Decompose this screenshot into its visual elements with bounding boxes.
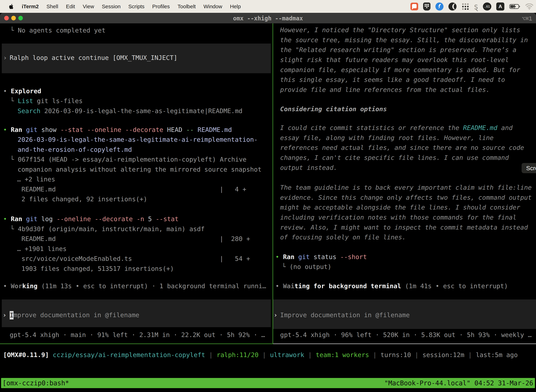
tmux-session-name[interactable]: [omx-cczip0:bash* — [2, 379, 69, 387]
terminal-line: └ List git ls-files — [10, 97, 83, 105]
terminal-line: references need actual files, and since … — [280, 144, 524, 152]
terminal-line: and-the-erosion-of-copyleft.md — [18, 146, 132, 154]
terminal-layer: › Ralph loop active continue [OMX_TMUX_I… — [0, 0, 536, 392]
terminal-line: the source tree, missing the essay. Stil… — [280, 36, 528, 44]
tmux-host-clock: "MacBook-Pro-44.local" 04:52 31-Mar-26 — [384, 379, 533, 387]
terminal-line: └ No agents completed yet — [10, 26, 105, 34]
pane-divider[interactable] — [273, 23, 273, 344]
terminal-line: companion analysis without altering the … — [18, 165, 262, 173]
terminal-line: … +1901 lines — [17, 245, 67, 253]
terminal-line: changes, I can't cite specific file line… — [280, 154, 509, 162]
terminal-line: • Ran git status --short — [275, 253, 367, 261]
terminal-line: essay file, along with finding root file… — [280, 134, 494, 142]
terminal-line: 2 files changed, 92 insertions(+) — [21, 195, 147, 203]
terminal-line: README.md | 4 + — [21, 185, 246, 193]
terminal-line: • Waiting for background terminal (1m 41… — [275, 282, 508, 290]
terminal-line: the "Related research writing" section i… — [280, 46, 517, 54]
left-prompt-box[interactable]: › I mprove documentation in @filename — [2, 299, 271, 327]
terminal-line: evidence. Since this change only affects… — [280, 194, 531, 202]
left-model-statusline: gpt-5.4 xhigh · main · 91% left · 2.31M … — [10, 331, 265, 338]
terminal-line: src/voice/voiceModeEnabled.ts | 54 + — [21, 255, 250, 263]
terminal-line: Search 2026-03-09-is-legal-the-same-as-l… — [18, 107, 243, 115]
terminal-line: README.md | 280 + — [21, 235, 250, 243]
terminal-line: this single essay, it seems like a good … — [280, 76, 505, 84]
left-prompt-input[interactable]: mprove documentation in @filename — [14, 311, 139, 319]
terminal-line: of focusing solely on file lines. — [280, 233, 406, 241]
terminal-line: 1903 files changed, 513517 insertions(+) — [21, 265, 174, 273]
terminal-line: • Explored — [3, 87, 41, 95]
terminal-line: • Working (11m 13s • esc to interrupt) ·… — [3, 282, 266, 290]
terminal-line: • Ran git log --oneline --decorate -n 5 … — [3, 215, 178, 223]
terminal-line: └ 067f154 (HEAD -> essay/ai-reimplementa… — [10, 155, 247, 163]
terminal-line: 2026-03-09-is-legal-the-same-as-legitima… — [18, 135, 258, 144]
terminal-line: including verification notes with those … — [280, 213, 517, 221]
terminal-line: The team guideline is to back every impo… — [280, 183, 531, 191]
screen: iTerm2ShellEditViewSessionScriptsProfile… — [0, 0, 536, 392]
screen-overlay-chip[interactable]: Scre — [522, 163, 536, 173]
terminal-line: review. Also, I might want to inspect th… — [280, 223, 528, 232]
terminal-line: I could cite commit statistics or refere… — [280, 124, 513, 132]
text-cursor: I — [10, 311, 14, 319]
terminal-line: └ 4b9d30f (origin/main, instructkr/main,… — [10, 225, 205, 233]
right-prompt-box[interactable]: › Improve documentation in @filename — [273, 299, 536, 329]
inject-banner-text: Ralph loop active continue [OMX_TMUX_INJ… — [10, 54, 177, 61]
terminal-line: provide file and line references from th… — [280, 86, 490, 94]
terminal-line: might be acceptable alongside the file l… — [280, 203, 520, 211]
right-prompt-input[interactable]: Improve documentation in @filename — [280, 311, 410, 319]
terminal-line: … +2 lines — [17, 175, 55, 183]
prompt-chevron-icon: › — [3, 54, 7, 61]
right-model-statusline: gpt-5.4 xhigh · 96% left · 520K in · 5.8… — [280, 331, 531, 338]
terminal-line: However, I noticed the "Directory Struct… — [280, 26, 520, 34]
prompt-chevron-icon: › — [274, 311, 278, 319]
terminal-line: output instead. — [280, 164, 337, 172]
terminal-line: • Ran git show --stat --oneline --decora… — [3, 126, 232, 134]
left-pane-bottom-border — [0, 344, 273, 344]
terminal-line: └ (no output) — [282, 263, 331, 271]
omx-status-line: [OMX#0.11.9] cczip/essay/ai-reimplementa… — [3, 351, 518, 359]
inject-banner: › Ralph loop active continue [OMX_TMUX_I… — [2, 44, 271, 73]
terminal-line: slight risk that future readers may over… — [280, 56, 509, 64]
terminal-line: companion file, especially if more comme… — [280, 66, 520, 74]
terminal-line: Considering citation options — [280, 105, 387, 113]
right-pane-bottom-border — [273, 344, 536, 344]
prompt-chevron-icon: › — [3, 311, 6, 319]
tmux-status-bar: [omx-cczip0:bash* "MacBook-Pro-44.local"… — [1, 378, 535, 388]
